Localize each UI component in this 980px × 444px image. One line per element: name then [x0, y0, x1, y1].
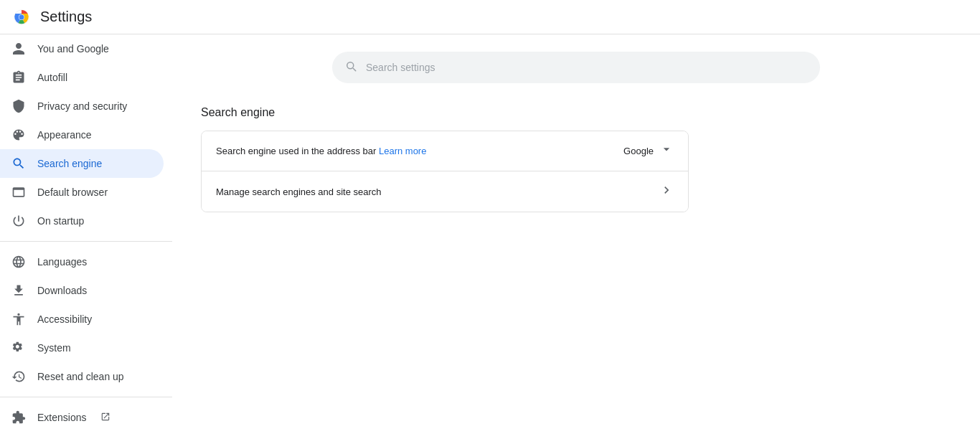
accessibility-icon	[11, 312, 26, 326]
sidebar-item-downloads[interactable]: Downloads	[0, 276, 164, 305]
sidebar-item-label-extensions: Extensions	[37, 412, 86, 423]
learn-more-link[interactable]: Learn more	[379, 146, 426, 156]
section-title: Search engine	[201, 106, 951, 119]
sidebar-item-label-default-browser: Default browser	[37, 186, 108, 198]
sidebar-item-on-startup[interactable]: On startup	[0, 207, 164, 235]
chrome-logo	[11, 7, 32, 27]
reset-and-clean-up-icon	[11, 369, 26, 384]
search-bar-container	[201, 52, 951, 83]
sidebar-item-autofill[interactable]: Autofill	[0, 63, 164, 92]
sidebar-item-search-engine[interactable]: Search engine	[0, 149, 164, 178]
sidebar-divider	[0, 397, 172, 397]
sidebar-item-appearance[interactable]: Appearance	[0, 121, 164, 149]
search-engine-dropdown[interactable]: Google	[623, 142, 674, 160]
languages-icon	[11, 255, 26, 269]
row-label-search-engine-address-bar: Search engine used in the address bar Le…	[216, 146, 623, 156]
row-label-manage-search-engines: Manage search engines and site search	[216, 186, 659, 197]
sidebar-item-you-and-google[interactable]: You and Google	[0, 34, 164, 63]
sidebar-item-label-languages: Languages	[37, 256, 87, 268]
sidebar-item-label-reset-and-clean-up: Reset and clean up	[37, 371, 124, 382]
sidebar-item-reset-and-clean-up[interactable]: Reset and clean up	[0, 362, 164, 391]
default-browser-icon	[11, 185, 26, 199]
sidebar-item-label-on-startup: On startup	[37, 215, 84, 227]
settings-row-manage-search-engines[interactable]: Manage search engines and site search	[202, 171, 688, 212]
downloads-icon	[11, 283, 26, 298]
sidebar-item-system[interactable]: System	[0, 334, 164, 362]
main-layout: You and GoogleAutofillPrivacy and securi…	[0, 34, 980, 444]
search-input[interactable]	[366, 62, 808, 73]
search-engine-icon	[11, 156, 26, 171]
dropdown-value: Google	[623, 146, 654, 156]
sidebar-item-label-accessibility: Accessibility	[37, 313, 92, 325]
external-link-icon	[100, 412, 110, 424]
appearance-icon	[11, 128, 26, 142]
dropdown-arrow-icon	[659, 142, 674, 160]
sidebar-divider	[0, 241, 172, 242]
sidebar: You and GoogleAutofillPrivacy and securi…	[0, 34, 172, 444]
search-icon	[344, 60, 357, 76]
main-content: Search engine Search engine used in the …	[172, 34, 980, 444]
svg-point-2	[19, 14, 24, 19]
on-startup-icon	[11, 214, 26, 228]
sidebar-item-privacy-and-security[interactable]: Privacy and security	[0, 92, 164, 121]
sidebar-item-accessibility[interactable]: Accessibility	[0, 305, 164, 334]
sidebar-item-label-you-and-google: You and Google	[37, 43, 109, 55]
sidebar-item-label-privacy-and-security: Privacy and security	[37, 100, 127, 112]
sidebar-item-languages[interactable]: Languages	[0, 247, 164, 276]
system-icon	[11, 341, 26, 355]
you-and-google-icon	[11, 42, 26, 56]
sidebar-item-extensions[interactable]: Extensions	[0, 403, 164, 432]
sidebar-item-label-system: System	[37, 342, 71, 354]
page-title: Settings	[40, 9, 92, 25]
sidebar-item-default-browser[interactable]: Default browser	[0, 178, 164, 207]
sidebar-item-label-downloads: Downloads	[37, 285, 87, 296]
settings-row-search-engine-address-bar[interactable]: Search engine used in the address bar Le…	[202, 131, 688, 171]
search-bar[interactable]	[332, 52, 820, 83]
settings-card: Search engine used in the address bar Le…	[201, 131, 689, 212]
title-bar: Settings	[0, 0, 980, 34]
sidebar-item-label-autofill: Autofill	[37, 72, 67, 83]
autofill-icon	[11, 70, 26, 85]
extensions-icon	[11, 410, 26, 425]
privacy-and-security-icon	[11, 99, 26, 113]
row-arrow-icon	[659, 183, 674, 201]
sidebar-item-label-appearance: Appearance	[37, 129, 92, 141]
sidebar-item-label-search-engine: Search engine	[37, 158, 102, 169]
